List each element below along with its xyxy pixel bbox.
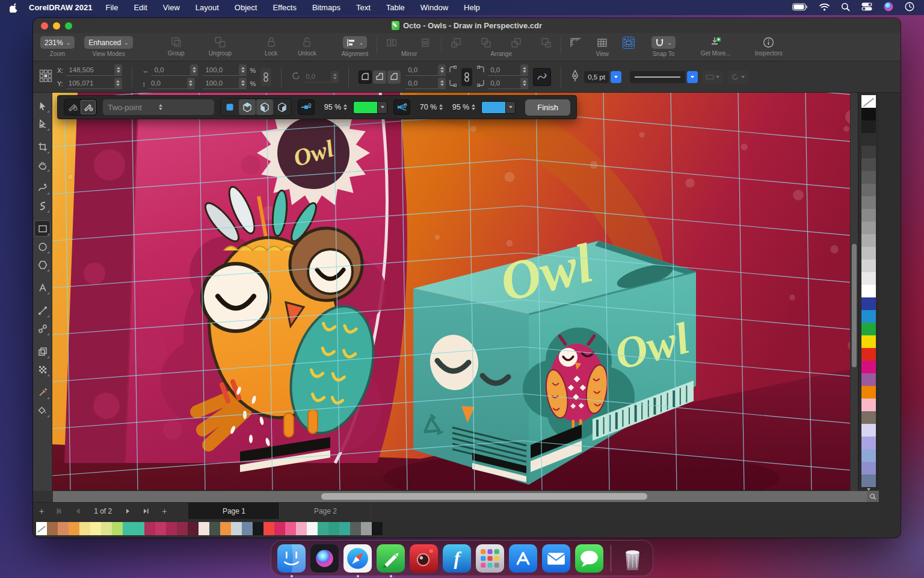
dock-trash-icon[interactable] [618,544,647,573]
next-page-button[interactable] [119,506,137,516]
bottom-color-swatch[interactable] [285,522,296,535]
lock-perspective-button[interactable] [65,100,80,114]
round-corner-button[interactable] [359,70,372,84]
dock-finder-icon[interactable] [277,544,306,573]
horizontal-scrollbar-thumb[interactable] [321,493,647,500]
ungroup-button[interactable]: Ungroup [209,36,232,57]
right-color-swatch[interactable] [861,285,876,297]
bottom-color-swatch[interactable] [253,522,263,535]
alignment-control[interactable]: ⌄ Alignment [342,36,368,57]
bottom-color-swatch[interactable] [274,522,285,535]
close-button[interactable] [41,22,48,30]
bottom-color-swatch[interactable] [90,522,101,535]
menu-view[interactable]: View [163,3,180,12]
right-color-swatch[interactable] [861,158,876,171]
bottom-color-swatch[interactable] [58,522,69,535]
bottom-color-swatch[interactable] [220,522,231,535]
inspectors-button[interactable]: Inspectors [755,36,783,57]
shape-tool[interactable] [34,116,51,132]
previous-page-button[interactable] [69,506,87,516]
bottom-color-swatch[interactable] [372,522,383,535]
scalloped-corner-button[interactable] [373,70,386,84]
right-color-swatch[interactable] [861,474,876,487]
perspective-type-dropdown[interactable]: Two-point [103,99,214,115]
right-color-swatch[interactable] [861,133,876,146]
right-color-swatch[interactable] [861,462,876,474]
horizontal-scrollbar[interactable] [33,491,879,502]
corner-radius-tl-field[interactable]: 0,0 [405,65,446,76]
bottom-color-swatch[interactable] [350,522,361,535]
last-page-button[interactable] [137,506,156,516]
horizon-opacity-field[interactable]: 70 % [416,103,443,111]
menu-file[interactable]: File [105,3,118,12]
eyedropper-tool[interactable] [34,384,51,400]
scale-lock-button[interactable] [260,68,271,86]
dock-font-manager-icon[interactable]: f [443,544,471,573]
unlock-button[interactable]: Unlock [298,36,316,57]
interactive-fill-tool[interactable] [34,402,51,418]
x-position-field[interactable]: 148,505 [66,65,122,76]
title-bar[interactable]: Octo - Owls - Draw in Perspective.cdr [33,18,901,33]
start-arrowhead-dropdown[interactable] [703,70,723,84]
dock-launchpad-icon[interactable] [476,544,504,573]
battery-icon[interactable] [792,3,808,13]
tab-page-2[interactable]: Page 2 [280,503,371,520]
grid-icon[interactable] [596,37,608,49]
bottom-color-swatch[interactable] [263,522,274,535]
right-color-swatch[interactable] [861,259,876,272]
pick-tool[interactable] [34,98,51,114]
scale-width-field[interactable]: 100,0 [203,65,247,76]
bottom-color-none-swatch[interactable] [36,522,47,535]
right-color-swatch[interactable] [861,297,876,310]
crop-tool[interactable] [34,138,51,155]
right-plane-button[interactable] [274,99,291,115]
bottom-color-swatch[interactable] [166,522,177,535]
menu-text[interactable]: Text [356,3,371,12]
object-height-field[interactable]: 0,0 [149,78,195,89]
bottom-color-swatch[interactable] [188,522,199,535]
edit-perspective-button[interactable] [81,100,96,114]
freehand-tool[interactable] [34,179,51,196]
flat-plane-button[interactable] [221,99,238,115]
bottom-color-swatch[interactable] [318,522,328,535]
vertical-scrollbar[interactable] [850,93,858,491]
dock-safari-icon[interactable] [343,544,372,573]
bottom-color-swatch[interactable] [101,522,112,535]
mesh-fill-tool[interactable] [34,361,51,378]
corner-radius-tr-field[interactable]: 0,0 [488,65,528,76]
right-color-swatch[interactable] [861,120,876,133]
right-color-swatch[interactable] [861,361,876,373]
object-origin-icon[interactable] [39,69,52,85]
horizon-line-button[interactable] [393,99,410,115]
menu-effects[interactable]: Effects [273,3,297,12]
first-page-button[interactable] [50,506,69,516]
menu-layout[interactable]: Layout [196,3,219,12]
right-color-swatch[interactable] [861,222,876,234]
menu-object[interactable]: Object [235,3,257,12]
object-width-field[interactable]: 0,0 [152,65,198,76]
canvas-artwork[interactable]: Owl [52,93,850,490]
menu-app-name[interactable]: CorelDRAW 2021 [29,3,92,12]
line-style-dropdown[interactable] [687,71,698,83]
dock-mail-icon[interactable] [542,544,570,573]
zoom-control[interactable]: 231%⌄ Zoom [40,36,75,57]
corner-radius-bl-field[interactable]: 0,0 [405,78,446,89]
right-color-swatch[interactable] [861,247,876,259]
add-page-start-button[interactable]: + [33,506,50,516]
bottom-color-swatch[interactable] [112,522,123,535]
right-color-swatch[interactable] [861,146,876,158]
tab-page-1[interactable]: Page 1 [188,503,280,520]
right-color-swatch[interactable] [861,348,876,361]
outline-width-field[interactable]: 0,5 pt [584,71,609,83]
back-one-icon[interactable] [510,37,522,49]
right-color-swatch[interactable] [861,399,876,411]
bottom-color-swatch[interactable] [199,522,209,535]
chamfered-corner-button[interactable] [387,70,401,84]
menu-window[interactable]: Window [420,3,448,12]
bottom-color-swatch[interactable] [296,522,307,535]
bottom-color-swatch[interactable] [231,522,242,535]
dock-coreldraw-icon[interactable] [377,544,405,573]
clock-icon[interactable] [905,2,914,13]
connector-tool[interactable] [34,320,51,337]
left-plane-button[interactable] [256,99,273,115]
